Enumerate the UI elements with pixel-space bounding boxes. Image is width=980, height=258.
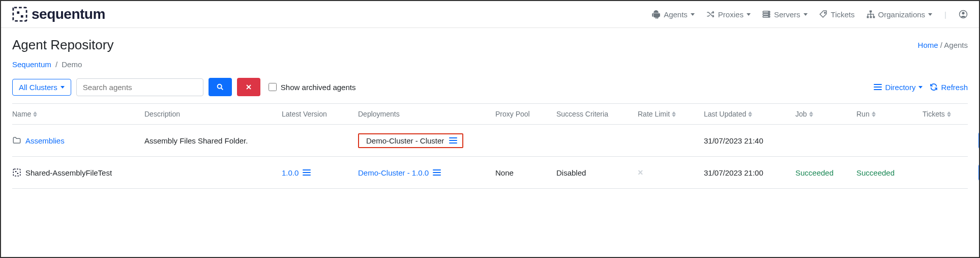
svg-rect-12: [870, 16, 872, 18]
cell-name: Shared-AssemblyFileTest: [12, 168, 144, 177]
svg-rect-17: [13, 169, 20, 176]
user-circle-icon: [959, 10, 968, 19]
svg-rect-0: [13, 8, 26, 21]
nav-menu: Agents Proxies Servers Tickets Organizat…: [651, 10, 968, 19]
nav-divider: |: [943, 10, 947, 19]
search-button[interactable]: [209, 78, 232, 96]
sort-icon: [872, 111, 876, 117]
svg-rect-19: [17, 173, 18, 174]
cell-job: Succeeded: [795, 168, 856, 177]
col-success-criteria: Success Criteria: [556, 110, 638, 118]
col-name[interactable]: Name: [12, 110, 144, 118]
breadcrumb-local: Sequentum / Demo: [1, 57, 979, 78]
nav-organizations[interactable]: Organizations: [866, 10, 933, 19]
deployment-highlighted[interactable]: Demo-Cluster - Cluster: [358, 133, 463, 148]
nav-proxies[interactable]: Proxies: [706, 10, 751, 19]
svg-rect-13: [873, 16, 875, 18]
cell-run: Succeeded: [856, 168, 923, 177]
nav-user-avatar[interactable]: [959, 10, 968, 19]
row-name-link[interactable]: Assemblies: [25, 136, 65, 145]
chevron-down-icon: [61, 86, 65, 89]
nav-agents[interactable]: Agents: [651, 10, 695, 19]
cell-last-updated: 31/07/2023 21:40: [704, 136, 795, 145]
toolbar-left: All Clusters Show archived agents: [12, 78, 355, 96]
svg-rect-1: [17, 11, 19, 14]
col-rate-limit[interactable]: Rate Limit: [638, 110, 704, 118]
svg-point-7: [768, 14, 769, 14]
svg-point-15: [962, 12, 964, 14]
col-latest-version: Latest Version: [282, 110, 358, 118]
svg-rect-18: [15, 171, 16, 172]
cell-rate-limit: ×: [638, 167, 704, 178]
col-description: Description: [144, 110, 282, 118]
breadcrumb-home-link[interactable]: Home: [918, 41, 938, 49]
directory-dropdown[interactable]: Directory: [874, 83, 923, 92]
close-icon: ×: [638, 167, 643, 178]
chevron-down-icon: [804, 13, 808, 16]
svg-point-6: [768, 12, 769, 12]
brand-name: sequentum: [32, 6, 105, 22]
cell-last-updated: 31/07/2023 21:00: [704, 168, 795, 177]
top-nav: sequentum Agents Proxies Servers Tickets…: [1, 1, 979, 28]
svg-rect-10: [869, 11, 872, 13]
breadcrumb-local-current: Demo: [62, 60, 82, 69]
svg-rect-2: [21, 15, 23, 18]
brand-logo[interactable]: sequentum: [12, 6, 105, 22]
brand-icon: [12, 7, 27, 22]
breadcrumb-current: Agents: [944, 41, 968, 49]
menu-icon[interactable]: [303, 169, 311, 176]
chevron-down-icon: [691, 13, 695, 16]
cell-latest-version: 1.0.0: [282, 168, 358, 177]
col-run[interactable]: Run: [856, 110, 923, 118]
server-icon: [762, 10, 771, 19]
menu-icon[interactable]: [433, 169, 441, 176]
search-icon: [216, 83, 224, 91]
menu-icon[interactable]: [449, 137, 457, 144]
cell-proxy-pool: None: [495, 168, 556, 177]
list-icon: [874, 84, 882, 90]
table-row: Assemblies Assembly Files Shared Folder.…: [12, 125, 968, 157]
cell-success-criteria: Disabled: [556, 168, 638, 177]
sort-icon: [748, 111, 752, 117]
cell-description: Assembly Files Shared Folder.: [144, 136, 282, 145]
sitemap-icon: [866, 10, 875, 19]
row-name-text: Shared-AssemblyFileTest: [25, 168, 112, 177]
show-archived-checkbox[interactable]: Show archived agents: [269, 83, 356, 92]
deployment-link[interactable]: Demo-Cluster - 1.0.0: [358, 168, 429, 177]
sort-icon: [947, 111, 951, 117]
title-row: Agent Repository Home / Agents: [1, 28, 979, 57]
version-link[interactable]: 1.0.0: [282, 168, 299, 177]
col-last-updated[interactable]: Last Updated: [704, 110, 795, 118]
svg-point-16: [218, 84, 222, 89]
clear-button[interactable]: [237, 78, 260, 96]
nav-tickets[interactable]: Tickets: [819, 10, 855, 19]
clusters-dropdown[interactable]: All Clusters: [12, 79, 71, 96]
cell-deployments: Demo-Cluster - 1.0.0: [358, 168, 495, 177]
col-deployments: Deployments: [358, 110, 495, 118]
toolbar-right: Directory Refresh: [874, 83, 968, 92]
refresh-button[interactable]: Refresh: [930, 83, 968, 92]
agent-icon: [12, 168, 21, 177]
page-title: Agent Repository: [12, 37, 113, 53]
refresh-icon: [930, 83, 938, 91]
breadcrumb-org-link[interactable]: Sequentum: [12, 60, 51, 69]
sort-icon: [672, 111, 676, 117]
sort-icon: [809, 111, 813, 117]
nav-servers[interactable]: Servers: [762, 10, 808, 19]
col-proxy-pool: Proxy Pool: [495, 110, 556, 118]
shuffle-icon: [706, 10, 715, 19]
svg-rect-11: [867, 16, 869, 18]
sort-icon: [33, 111, 37, 117]
close-icon: [245, 83, 253, 91]
table-row: Shared-AssemblyFileTest 1.0.0 Demo-Clust…: [12, 157, 968, 189]
breadcrumb-right: Home / Agents: [918, 41, 968, 49]
col-job[interactable]: Job: [795, 110, 856, 118]
toolbar: All Clusters Show archived agents Direct…: [1, 78, 979, 103]
col-tickets[interactable]: Tickets: [923, 110, 978, 118]
folder-icon: [12, 136, 21, 145]
search-input[interactable]: [76, 78, 203, 96]
agents-table: Name Description Latest Version Deployme…: [12, 103, 968, 189]
chevron-down-icon: [928, 13, 932, 16]
svg-point-9: [824, 12, 825, 13]
cell-deployments: Demo-Cluster - Cluster: [358, 133, 495, 148]
